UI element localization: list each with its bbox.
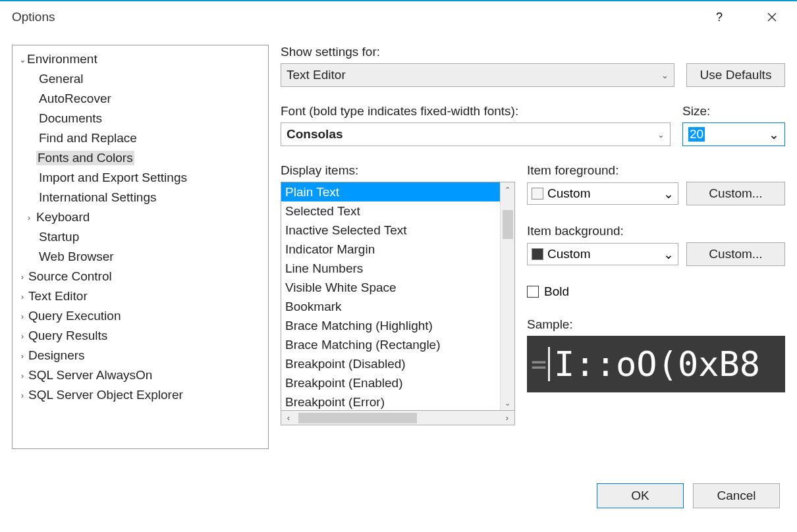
tree-item[interactable]: ›Keyboard: [13, 207, 268, 227]
show-settings-label: Show settings for:: [281, 45, 674, 59]
list-item[interactable]: Indicator Margin: [281, 240, 500, 259]
show-settings-dropdown[interactable]: Text Editor ⌄: [281, 63, 674, 87]
foreground-custom-button[interactable]: Custom...: [686, 182, 785, 205]
list-item[interactable]: Brace Matching (Rectangle): [281, 335, 500, 354]
chevron-right-icon: ›: [18, 390, 27, 400]
list-item[interactable]: Visible White Space: [281, 278, 500, 297]
list-item[interactable]: Breakpoint (Disabled): [281, 354, 500, 373]
tree-item[interactable]: ›Text Editor: [13, 286, 268, 306]
chevron-down-icon: ⌄: [657, 130, 665, 140]
tree-item[interactable]: ›Source Control: [13, 267, 268, 286]
horizontal-scrollbar[interactable]: ‹ ›: [281, 411, 515, 425]
size-input[interactable]: 20 ⌄: [682, 122, 785, 146]
category-tree[interactable]: ⌄ Environment GeneralAutoRecoverDocument…: [12, 45, 269, 449]
scroll-left-icon[interactable]: ‹: [281, 413, 296, 423]
foreground-label: Item foreground:: [527, 163, 785, 178]
tree-item-environment[interactable]: ⌄ Environment: [13, 49, 268, 69]
foreground-dropdown[interactable]: Custom ⌄: [527, 182, 678, 205]
font-label: Font (bold type indicates fixed-width fo…: [281, 104, 671, 119]
scroll-thumb[interactable]: [503, 210, 513, 239]
chevron-right-icon: ›: [18, 311, 27, 321]
tree-item[interactable]: AutoRecover: [13, 89, 268, 109]
tree-item[interactable]: ›Query Results: [13, 326, 268, 346]
chevron-right-icon: ›: [18, 351, 27, 361]
dialog-title: Options: [12, 10, 55, 24]
cancel-button[interactable]: Cancel: [693, 483, 780, 508]
scroll-down-icon[interactable]: ⌄: [501, 396, 514, 410]
chevron-down-icon: ⌄: [661, 70, 669, 80]
chevron-right-icon: ›: [18, 371, 27, 381]
tree-item[interactable]: General: [13, 69, 268, 89]
tree-item[interactable]: Startup: [13, 227, 268, 247]
list-item[interactable]: Breakpoint (Error): [281, 392, 500, 411]
chevron-right-icon: ›: [18, 272, 27, 282]
size-label: Size:: [682, 104, 785, 119]
list-item[interactable]: Bookmark: [281, 297, 500, 316]
scroll-thumb[interactable]: [298, 413, 417, 423]
color-swatch: [532, 188, 543, 200]
vertical-scrollbar[interactable]: ⌃ ⌄: [500, 182, 514, 410]
chevron-right-icon: ›: [24, 213, 34, 223]
help-button[interactable]: ?: [706, 4, 732, 30]
tree-item[interactable]: International Settings: [13, 188, 268, 207]
font-dropdown[interactable]: Consolas ⌄: [281, 122, 671, 146]
list-item[interactable]: Brace Matching (Highlight): [281, 316, 500, 335]
list-item[interactable]: Plain Text: [281, 182, 500, 201]
tree-item[interactable]: Find and Replace: [13, 128, 268, 148]
bold-checkbox[interactable]: Bold: [527, 284, 785, 299]
tree-item[interactable]: ›SQL Server AlwaysOn: [13, 365, 268, 385]
list-item[interactable]: Selected Text: [281, 201, 500, 221]
chevron-right-icon: ›: [18, 331, 27, 341]
chevron-down-icon: ⌄: [769, 127, 779, 142]
tree-item[interactable]: ›Query Execution: [13, 306, 268, 326]
color-swatch: [532, 248, 543, 260]
tree-item[interactable]: Documents: [13, 109, 268, 128]
background-custom-button[interactable]: Custom...: [686, 242, 785, 266]
sample-label: Sample:: [527, 317, 785, 332]
close-icon: [767, 12, 777, 22]
ok-button[interactable]: OK: [597, 483, 684, 508]
scroll-up-icon[interactable]: ⌃: [501, 182, 514, 197]
chevron-right-icon: ›: [18, 292, 27, 302]
list-item[interactable]: Inactive Selected Text: [281, 221, 500, 240]
tree-item[interactable]: ›Designers: [13, 346, 268, 365]
background-dropdown[interactable]: Custom ⌄: [527, 243, 678, 265]
use-defaults-button[interactable]: Use Defaults: [686, 63, 785, 87]
background-label: Item background:: [527, 224, 785, 238]
list-item[interactable]: Breakpoint (Enabled): [281, 373, 500, 392]
scroll-right-icon[interactable]: ›: [500, 413, 514, 423]
tree-item[interactable]: Fonts and Colors: [13, 148, 268, 168]
list-item[interactable]: Line Numbers: [281, 259, 500, 278]
checkbox-box: [527, 286, 539, 298]
chevron-down-icon: ⌄: [663, 247, 674, 262]
tree-item[interactable]: Web Browser: [13, 247, 268, 267]
chevron-down-icon: ⌄: [18, 55, 27, 65]
display-items-listbox[interactable]: Plain TextSelected TextInactive Selected…: [281, 182, 515, 411]
chevron-down-icon: ⌄: [663, 186, 674, 201]
close-button[interactable]: [759, 4, 785, 30]
tree-item[interactable]: Import and Export Settings: [13, 168, 268, 188]
display-items-label: Display items:: [281, 163, 515, 178]
tree-item[interactable]: ›SQL Server Object Explorer: [13, 385, 268, 405]
sample-preview: = I::oO(0xB8: [527, 336, 785, 392]
